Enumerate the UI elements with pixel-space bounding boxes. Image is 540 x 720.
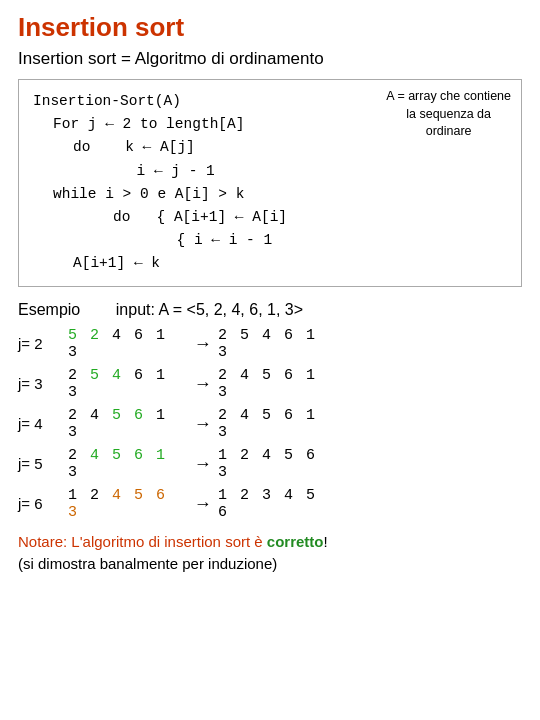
step-j6-arrow: → [188, 494, 218, 514]
step-j5-h1: 4 [90, 447, 112, 464]
step-j2-arrow: → [188, 334, 218, 354]
subtitle: Insertion sort = Algoritmo di ordinament… [18, 49, 522, 69]
step-j4-label: j= 4 [18, 415, 68, 432]
step-j2-label: j= 2 [18, 335, 68, 352]
algo-line-5: while i > 0 e A[i] > k [53, 183, 507, 206]
step-row-j4: j= 4 2 4 5 6 1 3 → 2 4 5 6 1 3 [18, 407, 522, 441]
step-j5-h2: 5 [112, 447, 134, 464]
bottom-note: Notare: L'algoritmo di insertion sort è … [18, 531, 522, 576]
algorithm-box: A = array che contienela sequenza daordi… [18, 79, 522, 287]
algo-line-8: A[i+1] ← k [73, 252, 507, 275]
step-j3-arrow: → [188, 374, 218, 394]
step-j6-h4: 3 [68, 504, 79, 521]
algo-line-6: do { A[i+1] ← A[i] [113, 206, 507, 229]
step-row-j6: j= 6 1 2 4 5 6 3 → 1 2 3 4 5 6 [18, 487, 522, 521]
example-label: Esempio input: A = <5, 2, 4, 6, 1, 3> [18, 301, 303, 318]
step-j5-h3: 6 [134, 447, 156, 464]
example-header: Esempio input: A = <5, 2, 4, 6, 1, 3> [18, 301, 522, 319]
step-j3-label: j= 3 [18, 375, 68, 392]
step-j4-before: 2 4 5 6 1 3 [68, 407, 188, 441]
step-j2-after: 2 5 4 6 1 3 [218, 327, 338, 361]
page-title: Insertion sort [18, 12, 522, 43]
step-j2-before: 5 2 4 6 1 3 [68, 327, 188, 361]
note-prefix: Notare: L'algoritmo di insertion sort è [18, 533, 267, 550]
step-j4-after: 2 4 5 6 1 3 [218, 407, 338, 441]
step-j3-after: 2 4 5 6 1 3 [218, 367, 338, 401]
example-section: Esempio input: A = <5, 2, 4, 6, 1, 3> j=… [18, 301, 522, 521]
algo-line-7: { i ← i - 1 [133, 229, 507, 252]
step-row-j2: j= 2 5 2 4 6 1 3 → 2 5 4 6 1 3 [18, 327, 522, 361]
note-line2: (si dimostra banalmente per induzione) [18, 555, 277, 572]
step-j6-label: j= 6 [18, 495, 68, 512]
step-j6-h3: 6 [156, 487, 167, 504]
algo-note: A = array che contienela sequenza daordi… [386, 88, 511, 141]
step-j5-arrow: → [188, 454, 218, 474]
step-j4-h2: 6 [134, 407, 156, 424]
note-suffix: ! [324, 533, 328, 550]
step-j4-arrow: → [188, 414, 218, 434]
step-j3-h1: 5 [90, 367, 112, 384]
page: Insertion sort Insertion sort = Algoritm… [0, 0, 540, 588]
step-j2-h2: 2 [90, 327, 112, 344]
step-j2-h1: 5 [68, 327, 90, 344]
step-j5-before: 2 4 5 6 1 3 [68, 447, 188, 481]
step-row-j3: j= 3 2 5 4 6 1 3 → 2 4 5 6 1 3 [18, 367, 522, 401]
step-j6-after: 1 2 3 4 5 6 [218, 487, 338, 521]
step-j3-before: 2 5 4 6 1 3 [68, 367, 188, 401]
step-row-j5: j= 5 2 4 5 6 1 3 → 1 2 4 5 6 3 [18, 447, 522, 481]
step-j5-h4: 1 [156, 447, 167, 464]
step-j5-after: 1 2 4 5 6 3 [218, 447, 338, 481]
step-j6-before: 1 2 4 5 6 3 [68, 487, 188, 521]
algo-line-4: i ← j - 1 [93, 160, 507, 183]
step-j3-h2: 4 [112, 367, 134, 384]
step-j6-h2: 5 [134, 487, 156, 504]
step-j4-h1: 5 [112, 407, 134, 424]
step-j6-h1: 4 [112, 487, 134, 504]
step-j5-label: j= 5 [18, 455, 68, 472]
note-highlight: corretto [267, 533, 324, 550]
